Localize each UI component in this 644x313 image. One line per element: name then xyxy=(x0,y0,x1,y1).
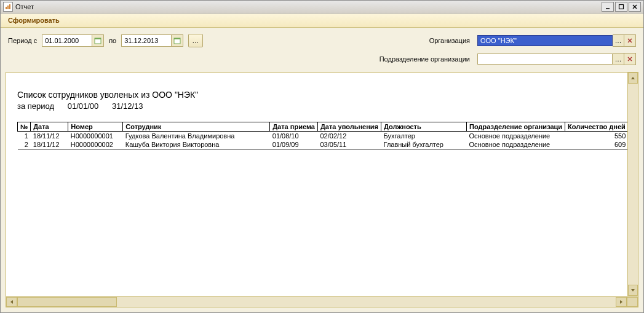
toolbar: Сформировать xyxy=(1,14,643,28)
col-number: Номер xyxy=(68,122,123,132)
close-button[interactable] xyxy=(629,2,641,12)
generate-button[interactable]: Сформировать xyxy=(4,15,63,25)
table-header-row: № Дата Номер Сотрудник Дата приема Дата … xyxy=(18,122,629,132)
table-cell: Основное подразделение xyxy=(467,132,565,141)
col-dept: Подразделение организаци xyxy=(467,122,565,132)
table-cell: 01/08/10 xyxy=(270,132,318,141)
report-period: за период 01/01/00 31/12/13 xyxy=(17,101,627,111)
scroll-right-icon[interactable] xyxy=(616,297,627,307)
table-cell: 1 xyxy=(18,132,31,141)
col-employee: Сотрудник xyxy=(123,122,270,132)
svg-rect-2 xyxy=(9,4,10,9)
scroll-track[interactable] xyxy=(628,83,638,285)
table-cell: 02/02/12 xyxy=(318,132,381,141)
table-cell: Гудкова Валентина Владимировна xyxy=(123,132,270,141)
org-input[interactable]: ООО "НЭК" xyxy=(477,35,613,46)
table-row[interactable]: 218/11/12Н0000000002Кашуба Виктория Викт… xyxy=(18,140,629,149)
svg-rect-1 xyxy=(7,6,9,9)
data-table: № Дата Номер Сотрудник Дата приема Дата … xyxy=(17,122,629,149)
scroll-corner xyxy=(627,297,638,307)
svg-marker-18 xyxy=(620,300,622,304)
dept-select-button[interactable]: … xyxy=(613,53,624,65)
period-to-text: 31/12/13 xyxy=(112,101,143,111)
period-select-button[interactable]: … xyxy=(188,34,203,47)
svg-rect-0 xyxy=(6,7,7,9)
horizontal-scrollbar[interactable] xyxy=(6,296,638,307)
report-body: Список сотрудников уволеных из ООО "НЭК"… xyxy=(6,73,638,296)
dept-field: … xyxy=(477,53,636,65)
svg-marker-17 xyxy=(10,300,13,304)
scroll-thumb[interactable] xyxy=(17,297,117,307)
col-hire: Дата приема xyxy=(270,122,318,132)
period-to-label: по xyxy=(109,37,116,44)
period-from-field xyxy=(42,34,104,47)
table-cell: Н0000000001 xyxy=(68,132,123,141)
table-cell: Кашуба Виктория Викторовна xyxy=(123,140,270,149)
vertical-scrollbar[interactable] xyxy=(627,73,638,296)
col-days: Количество дней xyxy=(565,122,629,132)
svg-marker-15 xyxy=(631,77,635,79)
scroll-track-h[interactable] xyxy=(17,297,616,307)
dept-clear-button[interactable] xyxy=(624,53,636,65)
report-title: Список сотрудников уволеных из ООО "НЭК" xyxy=(17,90,627,100)
table-cell: 18/11/12 xyxy=(31,132,68,141)
window-controls xyxy=(602,2,641,12)
table-cell: 609 xyxy=(565,140,629,149)
col-num: № xyxy=(18,122,31,132)
report-area: Список сотрудников уволеных из ООО "НЭК"… xyxy=(6,72,638,307)
table-cell: 01/09/09 xyxy=(270,140,318,149)
period-from-label: Период с xyxy=(8,37,37,44)
table-cell: Н0000000002 xyxy=(68,140,123,149)
svg-marker-16 xyxy=(631,289,635,291)
org-clear-button[interactable] xyxy=(624,34,636,47)
org-value: ООО "НЭК" xyxy=(480,37,517,44)
table-cell: 550 xyxy=(565,132,629,141)
window-title: Отчет xyxy=(15,3,602,10)
table-cell: 18/11/12 xyxy=(31,140,68,149)
col-date: Дата xyxy=(31,122,68,132)
svg-rect-8 xyxy=(95,38,101,39)
table-cell: 03/05/11 xyxy=(318,140,381,149)
scroll-left-icon[interactable] xyxy=(6,297,17,307)
col-position: Должность xyxy=(381,122,467,132)
org-select-button[interactable]: … xyxy=(613,34,624,47)
dept-label: Подразделение организации xyxy=(380,55,470,63)
svg-rect-4 xyxy=(619,5,624,9)
svg-rect-10 xyxy=(174,38,180,39)
org-label: Организация xyxy=(429,37,470,44)
maximize-button[interactable] xyxy=(615,2,627,12)
table-row[interactable]: 118/11/12Н0000000001Гудкова Валентина Вл… xyxy=(18,132,629,141)
table-cell: Главный бухгалтер xyxy=(381,140,467,149)
calendar-icon[interactable] xyxy=(92,35,103,46)
period-from-input[interactable] xyxy=(42,36,92,46)
col-fire: Дата увольнения xyxy=(318,122,381,132)
period-from-text: 01/01/00 xyxy=(68,101,99,111)
table-cell: Бухгалтер xyxy=(381,132,467,141)
titlebar: Отчет xyxy=(1,1,643,14)
dept-input[interactable] xyxy=(477,53,613,65)
org-field: ООО "НЭК" … xyxy=(477,35,636,46)
period-to-input[interactable] xyxy=(122,36,171,46)
filter-panel: Период с по … Организация ООО "НЭК" … xyxy=(1,28,643,68)
app-icon xyxy=(3,2,13,12)
table-cell: Основное подразделение xyxy=(467,140,565,149)
scroll-down-icon[interactable] xyxy=(628,285,638,296)
scroll-up-icon[interactable] xyxy=(628,73,638,84)
report-window: Отчет Сформировать Период с по … Организ… xyxy=(0,0,644,313)
minimize-button[interactable] xyxy=(602,2,614,12)
period-to-field xyxy=(121,34,183,47)
calendar-icon[interactable] xyxy=(171,35,183,46)
table-cell: 2 xyxy=(18,140,31,149)
period-label: за период xyxy=(17,101,54,111)
